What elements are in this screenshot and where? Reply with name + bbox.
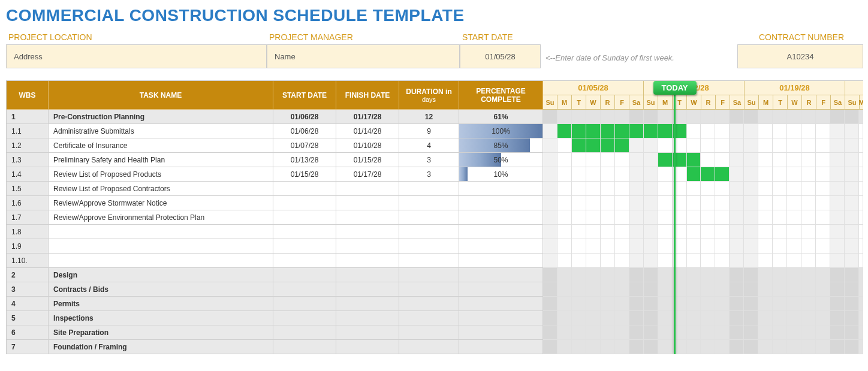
gantt-cell[interactable] xyxy=(787,297,801,311)
table-row[interactable]: 1.8 xyxy=(7,225,543,239)
gantt-cell[interactable] xyxy=(701,182,715,196)
duration-cell[interactable] xyxy=(399,340,459,354)
start-date-cell[interactable] xyxy=(273,239,336,254)
gantt-cell[interactable] xyxy=(830,210,845,225)
gantt-cell[interactable] xyxy=(773,182,787,196)
wbs-cell[interactable]: 5 xyxy=(7,311,49,325)
gantt-cell[interactable] xyxy=(543,210,557,225)
gantt-cell[interactable] xyxy=(801,340,816,354)
wbs-cell[interactable]: 1.2 xyxy=(7,138,49,153)
gantt-cell[interactable] xyxy=(644,153,658,167)
gantt-cell[interactable] xyxy=(586,182,601,196)
gantt-cell[interactable] xyxy=(687,196,701,210)
gantt-cell[interactable] xyxy=(744,153,758,167)
gantt-cell[interactable] xyxy=(859,340,863,354)
gantt-cell[interactable] xyxy=(629,239,644,254)
gantt-cell[interactable] xyxy=(543,124,557,138)
gantt-cell[interactable] xyxy=(787,210,801,225)
gantt-cell[interactable] xyxy=(615,153,629,167)
gantt-cell[interactable] xyxy=(601,268,615,282)
gantt-cell[interactable] xyxy=(629,153,644,167)
gantt-cell[interactable] xyxy=(543,325,557,340)
gantt-cell[interactable] xyxy=(629,210,644,225)
table-row[interactable]: 1.9 xyxy=(7,239,543,254)
finish-date-cell[interactable]: 01/14/28 xyxy=(336,124,399,138)
duration-cell[interactable] xyxy=(399,182,459,196)
start-date-cell[interactable]: 01/07/28 xyxy=(273,138,336,153)
gantt-cell[interactable] xyxy=(572,110,586,124)
gantt-cell[interactable] xyxy=(644,110,658,124)
gantt-cell[interactable] xyxy=(845,167,859,182)
gantt-cell[interactable] xyxy=(557,210,572,225)
table-row[interactable]: 1.6Review/Approve Stormwater Notice xyxy=(7,196,543,210)
gantt-cell[interactable] xyxy=(629,167,644,182)
gantt-cell[interactable] xyxy=(715,325,730,340)
table-row[interactable]: 6Site Preparation xyxy=(7,325,543,340)
gantt-cell[interactable] xyxy=(830,167,845,182)
finish-date-cell[interactable]: 01/17/28 xyxy=(336,167,399,182)
gantt-cell[interactable] xyxy=(644,210,658,225)
gantt-cell[interactable] xyxy=(687,138,701,153)
table-row[interactable]: 1.5Review List of Proposed Contractors xyxy=(7,182,543,196)
start-date-cell[interactable] xyxy=(273,196,336,210)
gantt-cell[interactable] xyxy=(629,282,644,297)
gantt-cell[interactable] xyxy=(615,182,629,196)
finish-date-cell[interactable] xyxy=(336,325,399,340)
gantt-bar-cell[interactable] xyxy=(601,138,615,153)
gantt-cell[interactable] xyxy=(601,153,615,167)
gantt-cell[interactable] xyxy=(644,225,658,239)
gantt-bar-cell[interactable] xyxy=(601,124,615,138)
gantt-cell[interactable] xyxy=(701,297,715,311)
finish-date-cell[interactable] xyxy=(336,297,399,311)
gantt-bar-cell[interactable] xyxy=(687,153,701,167)
gantt-cell[interactable] xyxy=(701,225,715,239)
gantt-cell[interactable] xyxy=(758,153,773,167)
gantt-cell[interactable] xyxy=(787,311,801,325)
wbs-cell[interactable]: 1.3 xyxy=(7,153,49,167)
gantt-cell[interactable] xyxy=(787,138,801,153)
gantt-cell[interactable] xyxy=(845,225,859,239)
gantt-cell[interactable] xyxy=(644,254,658,268)
gantt-cell[interactable] xyxy=(615,268,629,282)
table-row[interactable]: 1.10. xyxy=(7,254,543,268)
gantt-cell[interactable] xyxy=(687,282,701,297)
gantt-cell[interactable] xyxy=(658,138,673,153)
gantt-cell[interactable] xyxy=(845,182,859,196)
gantt-cell[interactable] xyxy=(816,268,830,282)
gantt-cell[interactable] xyxy=(816,110,830,124)
task-name-cell[interactable]: Review List of Proposed Contractors xyxy=(49,182,273,196)
contract-number-input[interactable]: A10234 xyxy=(737,44,863,68)
duration-cell[interactable]: 12 xyxy=(399,110,459,124)
percent-complete-cell[interactable] xyxy=(459,210,543,225)
gantt-cell[interactable] xyxy=(658,167,673,182)
gantt-cell[interactable] xyxy=(543,167,557,182)
table-row[interactable]: 1.7Review/Approve Environmental Protecti… xyxy=(7,210,543,225)
gantt-cell[interactable] xyxy=(816,282,830,297)
table-row[interactable]: 2Design xyxy=(7,268,543,282)
start-date-cell[interactable] xyxy=(273,325,336,340)
gantt-cell[interactable] xyxy=(787,254,801,268)
gantt-cell[interactable] xyxy=(787,239,801,254)
gantt-cell[interactable] xyxy=(701,210,715,225)
gantt-cell[interactable] xyxy=(773,196,787,210)
gantt-cell[interactable] xyxy=(557,297,572,311)
gantt-cell[interactable] xyxy=(758,138,773,153)
gantt-cell[interactable] xyxy=(644,282,658,297)
gantt-cell[interactable] xyxy=(715,254,730,268)
gantt-cell[interactable] xyxy=(744,239,758,254)
gantt-cell[interactable] xyxy=(773,153,787,167)
task-name-cell[interactable]: Pre-Construction Planning xyxy=(49,110,273,124)
gantt-cell[interactable] xyxy=(859,182,863,196)
wbs-cell[interactable]: 1.1 xyxy=(7,124,49,138)
gantt-cell[interactable] xyxy=(586,311,601,325)
gantt-cell[interactable] xyxy=(557,153,572,167)
finish-date-cell[interactable] xyxy=(336,340,399,354)
start-date-cell[interactable]: 01/06/28 xyxy=(273,110,336,124)
gantt-bar-cell[interactable] xyxy=(644,124,658,138)
gantt-cell[interactable] xyxy=(816,196,830,210)
gantt-cell[interactable] xyxy=(557,340,572,354)
gantt-cell[interactable] xyxy=(744,254,758,268)
gantt-cell[interactable] xyxy=(644,196,658,210)
gantt-cell[interactable] xyxy=(744,210,758,225)
gantt-cell[interactable] xyxy=(715,110,730,124)
